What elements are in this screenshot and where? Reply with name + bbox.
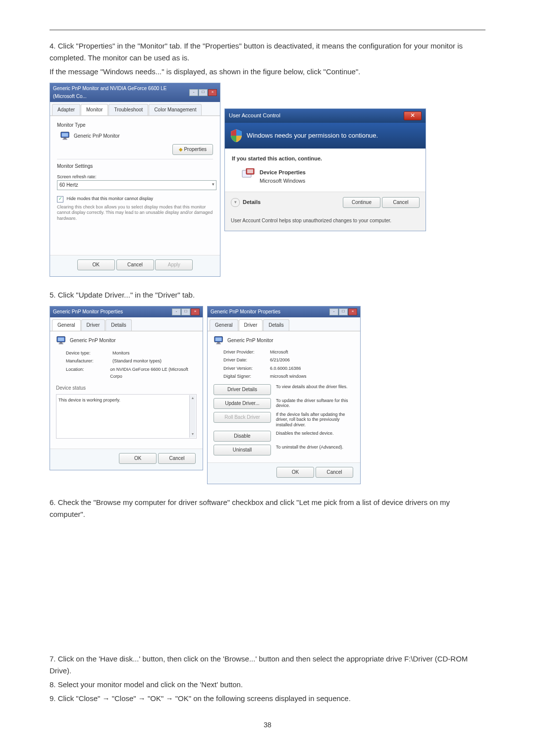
details-button[interactable]: Details bbox=[243, 198, 261, 207]
ok-button[interactable]: OK bbox=[276, 467, 314, 478]
cancel-button[interactable]: Cancel bbox=[316, 467, 353, 478]
device-properties-driver-dialog: Generic PnP Monitor Properties - □ × Gen… bbox=[207, 306, 361, 484]
tab-color-management[interactable]: Color Management bbox=[149, 104, 202, 115]
uac-banner-text: Windows needs your permission to contion… bbox=[247, 131, 378, 141]
close-icon[interactable]: × bbox=[191, 308, 200, 315]
program-icon bbox=[242, 168, 255, 179]
tab-driver[interactable]: Driver bbox=[81, 319, 106, 331]
driver-details-desc: To view details about the driver files. bbox=[276, 384, 354, 390]
driver-details-button[interactable]: Driver Details bbox=[214, 384, 271, 395]
uac-footer-text: User Account Control helps stop unauthor… bbox=[225, 213, 426, 231]
continue-button[interactable]: Continue bbox=[343, 197, 380, 208]
update-driver-desc: To update the driver software for this d… bbox=[276, 398, 354, 409]
step-8-text: 8. Select your monitor model and click o… bbox=[50, 679, 485, 691]
digital-signer-value: microsoft windows bbox=[270, 373, 307, 380]
svg-rect-13 bbox=[217, 343, 219, 344]
program-name: Device Properties bbox=[260, 168, 306, 177]
rollback-driver-desc: If the device fails after updating the d… bbox=[276, 412, 354, 428]
tabs: Adapter Monitor Troubleshoot Color Manag… bbox=[50, 102, 220, 116]
svg-rect-9 bbox=[59, 343, 62, 344]
tab-driver[interactable]: Driver bbox=[239, 319, 263, 331]
program-publisher: Microsoft Windows bbox=[260, 177, 306, 186]
monitor-properties-dialog: Generic PnP Monitor and NVIDIA GeForce 6… bbox=[50, 83, 220, 277]
ok-button[interactable]: OK bbox=[77, 259, 115, 270]
svg-rect-12 bbox=[215, 338, 222, 341]
hide-modes-checkbox[interactable]: ✓ bbox=[57, 196, 63, 202]
svg-rect-3 bbox=[63, 139, 67, 140]
step-9-text: 9. Click "Close" → "Close" → "OK" → "OK"… bbox=[50, 693, 485, 705]
step-7-text: 7. Click on the 'Have disk...' button, t… bbox=[50, 653, 485, 677]
maximize-icon[interactable]: □ bbox=[181, 308, 190, 315]
tab-troubleshoot[interactable]: Troubleshoot bbox=[108, 104, 148, 115]
scrollbar[interactable]: ▴▾ bbox=[189, 395, 196, 438]
cancel-button[interactable]: Cancel bbox=[116, 259, 154, 270]
monitor-type-value: Generic PnP Monitor bbox=[74, 132, 120, 140]
refresh-rate-label: Screen refresh rate: bbox=[57, 173, 213, 180]
properties-button[interactable]: ◆ Properties bbox=[172, 144, 213, 155]
rollback-driver-button[interactable]: Roll Back Driver bbox=[214, 412, 271, 423]
cancel-button[interactable]: Cancel bbox=[382, 197, 420, 208]
close-icon[interactable]: × bbox=[348, 308, 357, 315]
device-name: Generic PnP Monitor bbox=[70, 337, 116, 345]
page-number: 38 bbox=[50, 719, 485, 730]
driver-provider-key: Driver Provider: bbox=[223, 349, 267, 355]
driver-date-value: 6/21/2006 bbox=[270, 356, 290, 363]
minimize-icon[interactable]: - bbox=[172, 308, 181, 315]
disable-button[interactable]: Disable bbox=[214, 431, 271, 442]
tab-details[interactable]: Details bbox=[106, 319, 132, 331]
svg-rect-10 bbox=[59, 343, 63, 344]
refresh-rate-select[interactable]: 60 Hertz bbox=[57, 180, 216, 190]
svg-rect-14 bbox=[216, 343, 221, 344]
driver-version-key: Driver Version: bbox=[223, 365, 267, 372]
tab-adapter[interactable]: Adapter bbox=[52, 104, 80, 115]
digital-signer-key: Digital Signer: bbox=[223, 373, 267, 380]
maximize-icon[interactable]: □ bbox=[339, 308, 348, 315]
svg-rect-1 bbox=[62, 133, 68, 137]
close-icon[interactable]: × bbox=[208, 89, 217, 96]
minimize-icon[interactable]: - bbox=[329, 308, 338, 315]
monitor-icon bbox=[214, 336, 224, 346]
hide-modes-description: Clearing this check box allows you to se… bbox=[57, 204, 213, 222]
step-5-text: 5. Click "Update Driver..." in the "Driv… bbox=[50, 289, 485, 301]
monitor-icon bbox=[56, 336, 67, 346]
close-icon[interactable]: ✕ bbox=[404, 111, 422, 120]
titlebar: Generic PnP Monitor and NVIDIA GeForce 6… bbox=[50, 83, 220, 102]
step-4-text: 4. Click "Properties" in the "Monitor" t… bbox=[50, 40, 485, 64]
uac-title: User Account Control bbox=[229, 111, 280, 120]
driver-version-value: 6.0.6000.16386 bbox=[270, 365, 301, 372]
svg-rect-8 bbox=[58, 338, 64, 341]
location-key: Location: bbox=[66, 366, 107, 380]
driver-date-key: Driver Date: bbox=[223, 356, 267, 363]
svg-rect-6 bbox=[247, 169, 253, 173]
device-status-label: Device status bbox=[56, 384, 197, 392]
location-value: on NVIDIA GeForce 6600 LE (Microsoft Cor… bbox=[110, 366, 197, 380]
disable-desc: Disables the selected device. bbox=[276, 431, 354, 436]
manufacturer-key: Manufacturer: bbox=[66, 357, 109, 364]
maximize-icon[interactable]: □ bbox=[199, 89, 208, 96]
chevron-down-icon[interactable]: ▾ bbox=[231, 198, 240, 207]
minimize-icon[interactable]: - bbox=[189, 89, 198, 96]
apply-button[interactable]: Apply bbox=[155, 259, 193, 270]
uninstall-button[interactable]: Uninstall bbox=[214, 445, 271, 455]
window-title: Generic PnP Monitor and NVIDIA GeForce 6… bbox=[53, 85, 189, 101]
device-name: Generic PnP Monitor bbox=[227, 337, 273, 345]
device-properties-general-dialog: Generic PnP Monitor Properties - □ × Gen… bbox=[50, 306, 203, 470]
monitor-type-label: Monitor Type bbox=[57, 121, 213, 129]
step-6-text: 6. Check the "Browse my computer for dri… bbox=[50, 497, 485, 520]
uac-dialog: User Account Control ✕ Windows needs you… bbox=[224, 108, 426, 231]
svg-rect-2 bbox=[63, 138, 66, 139]
manufacturer-value: (Standard monitor types) bbox=[112, 357, 161, 364]
update-driver-button[interactable]: Update Driver... bbox=[214, 398, 271, 409]
cancel-button[interactable]: Cancel bbox=[158, 453, 196, 464]
step-4b-text: If the message "Windows needs..." is dis… bbox=[50, 66, 485, 78]
monitor-settings-label: Monitor Settings bbox=[57, 159, 213, 170]
window-title: Generic PnP Monitor Properties bbox=[53, 308, 123, 316]
shield-icon bbox=[230, 129, 243, 143]
hide-modes-label: Hide modes that this monitor cannot disp… bbox=[67, 196, 154, 201]
device-type-key: Device type: bbox=[66, 350, 109, 356]
tab-general[interactable]: General bbox=[52, 319, 81, 331]
tab-general[interactable]: General bbox=[210, 319, 238, 331]
tab-monitor[interactable]: Monitor bbox=[81, 104, 108, 115]
tab-details[interactable]: Details bbox=[263, 319, 289, 331]
ok-button[interactable]: OK bbox=[119, 453, 157, 464]
